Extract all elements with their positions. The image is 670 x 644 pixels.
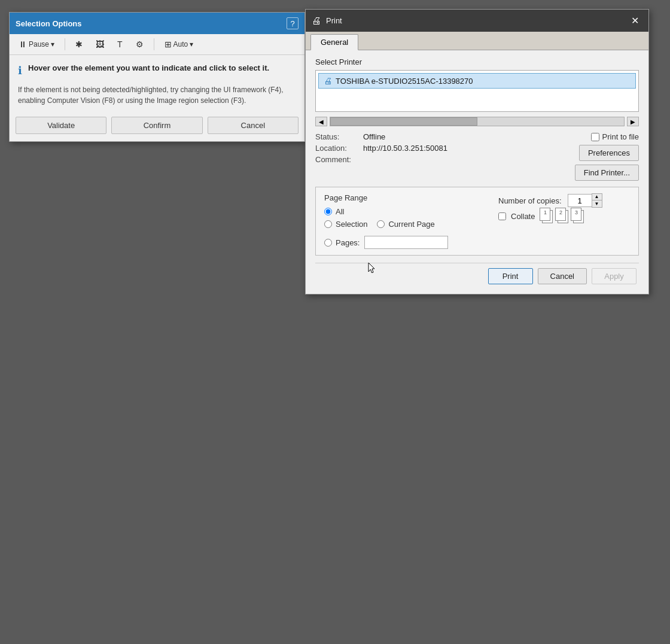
printer-details: Status: Offline Location: http://10.50.3… (315, 132, 639, 181)
printer-icon: 🖨 (312, 16, 321, 26)
selection-info: ℹ Hover over the element you want to ind… (18, 63, 296, 77)
pause-button[interactable]: ⏸ Pause ▾ (14, 37, 59, 51)
copies-up-button[interactable]: ▲ (592, 194, 602, 201)
status-value: Offline (363, 132, 575, 141)
pages-row: Pages: (324, 236, 486, 249)
print-cancel-button[interactable]: Cancel (538, 268, 587, 284)
pause-dropdown-icon: ▾ (51, 40, 54, 48)
pause-icon: ⏸ (19, 40, 27, 49)
copies-row: Number of copies: ▲ ▼ (498, 193, 630, 208)
selection-toolbar: ⏸ Pause ▾ ✱ 🖼 T ⚙ ⊞ Auto ▾ (10, 34, 304, 55)
print-dialog-buttons: Print Cancel Apply (315, 263, 639, 287)
network-printer-icon: 🖨 (324, 76, 332, 86)
element-select-button[interactable]: ✱ (71, 37, 87, 51)
status-label: Status: (315, 132, 363, 141)
copies-label: Number of copies: (498, 196, 562, 205)
current-page-radio[interactable] (377, 220, 385, 228)
collate-icon: 1 1 2 2 3 3 (540, 208, 585, 224)
settings-button[interactable]: ⚙ (132, 37, 148, 51)
validate-button[interactable]: Validate (16, 117, 106, 134)
text-button[interactable]: T (113, 37, 127, 51)
pages-radio[interactable] (324, 239, 332, 247)
page-card-front-1: 1 (540, 208, 550, 221)
printer-status-col: Status: Offline Location: http://10.50.3… (315, 132, 575, 181)
tab-general[interactable]: General (310, 34, 358, 50)
page-stack-2: 2 2 (555, 208, 570, 224)
scroll-left-arrow[interactable]: ◀ (315, 117, 327, 126)
scroll-track[interactable] (330, 117, 625, 126)
printer-list[interactable]: 🖨 TOSHIBA e-STUDIO2515AC-13398270 (315, 70, 639, 112)
print-to-file-checkbox[interactable] (591, 133, 599, 141)
selection-options-dialog: Selection Options ? ⏸ Pause ▾ ✱ 🖼 T ⚙ ⊞ … (9, 12, 305, 142)
print-title-left: 🖨 Print (312, 16, 342, 26)
pages-label: Pages: (336, 238, 360, 247)
image-button[interactable]: 🖼 (92, 37, 108, 51)
help-button[interactable]: ? (287, 17, 299, 29)
selection-note: If the element is not being detected/hig… (18, 84, 296, 106)
scroll-right-arrow[interactable]: ▶ (627, 117, 639, 126)
info-heading: Hover over the element you want to indic… (28, 63, 269, 72)
collate-checkbox[interactable] (498, 212, 506, 220)
page-range-title: Page Range (324, 193, 486, 202)
info-text-block: Hover over the element you want to indic… (28, 63, 269, 75)
spinner-arrows: ▲ ▼ (592, 193, 602, 208)
print-dialog-titlebar: 🖨 Print ✕ (306, 10, 648, 32)
auto-button[interactable]: ⊞ Auto ▾ (160, 37, 198, 51)
toolbar-separator-2 (154, 38, 154, 50)
status-row: Status: Offline (315, 132, 575, 141)
selection-label: Selection (336, 220, 367, 229)
print-close-button[interactable]: ✕ (628, 14, 642, 28)
selection-radio-row: Selection (324, 220, 367, 229)
collate-row: Collate 1 1 2 2 3 3 (498, 208, 630, 224)
page-stack-3: 3 3 (571, 208, 585, 224)
collate-label: Collate (511, 212, 535, 221)
print-dialog: 🖨 Print ✕ General Select Printer 🖨 TOSHI… (305, 9, 649, 294)
comment-row: Comment: (315, 155, 575, 164)
printer-actions-col: Print to file Preferences Find Printer..… (575, 132, 639, 181)
page-card-front-3: 3 (571, 208, 581, 221)
copies-spinner: ▲ ▼ (568, 193, 602, 208)
gear-icon: ⚙ (136, 40, 144, 49)
image-icon: 🖼 (96, 40, 104, 49)
select-printer-label: Select Printer (315, 57, 639, 66)
page-card-front-2: 2 (555, 208, 566, 221)
print-button[interactable]: Print (488, 268, 533, 284)
printer-scrollbar[interactable]: ◀ ▶ (315, 117, 639, 126)
text-icon: T (117, 40, 123, 49)
print-dialog-title: Print (326, 16, 342, 25)
scroll-thumb (330, 117, 477, 126)
selection-dialog-title: Selection Options (16, 19, 82, 28)
all-radio[interactable] (324, 208, 332, 215)
all-radio-row: All (324, 207, 486, 216)
auto-label: Auto (173, 40, 188, 48)
current-page-radio-row: Current Page (377, 220, 434, 229)
toolbar-separator-1 (65, 38, 65, 50)
pages-radio-row: Pages: (324, 238, 360, 247)
preferences-button[interactable]: Preferences (579, 145, 639, 161)
selection-content: ℹ Hover over the element you want to ind… (10, 55, 304, 112)
find-printer-button[interactable]: Find Printer... (575, 165, 639, 181)
pause-label: Pause (29, 40, 49, 48)
print-to-file-label: Print to file (602, 132, 639, 141)
print-tabs: General (306, 32, 648, 50)
selection-dialog-buttons: Validate Confirm Cancel (10, 112, 304, 141)
page-range-left: Page Range All Selection Current Page (324, 193, 486, 249)
selection-radio[interactable] (324, 220, 332, 228)
printer-item[interactable]: 🖨 TOSHIBA e-STUDIO2515AC-13398270 (318, 73, 636, 89)
confirm-button[interactable]: Confirm (111, 117, 202, 134)
copies-down-button[interactable]: ▼ (592, 201, 602, 207)
printer-name: TOSHIBA e-STUDIO2515AC-13398270 (336, 77, 473, 86)
apply-button[interactable]: Apply (592, 268, 636, 284)
info-icon: ℹ (18, 64, 22, 77)
comment-label: Comment: (315, 155, 363, 164)
page-stack-1: 1 1 (540, 208, 554, 224)
copies-input[interactable] (568, 194, 592, 207)
selection-cancel-button[interactable]: Cancel (208, 117, 299, 134)
pages-input[interactable] (364, 236, 448, 249)
page-range-section: Page Range All Selection Current Page (315, 187, 639, 256)
location-value: http://10.50.3.251:50081 (363, 144, 575, 153)
auto-icon: ⊞ (165, 40, 172, 49)
print-body: Select Printer 🖨 TOSHIBA e-STUDIO2515AC-… (306, 50, 648, 294)
current-page-label: Current Page (388, 220, 434, 229)
element-select-icon: ✱ (75, 40, 83, 49)
